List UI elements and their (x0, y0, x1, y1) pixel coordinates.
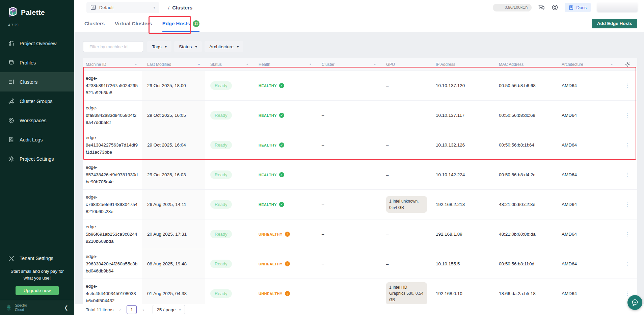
health-cell: UNHEALTHY ! (253, 261, 316, 266)
main-area: Default ▾ / Clusters 0.86/100kCh Docs Cl… (74, 0, 644, 315)
row-actions-kebab-icon[interactable]: ⋮ (618, 231, 637, 237)
architecture-cell: AMD64 (556, 291, 618, 296)
column-header-machine-id[interactable]: Machine ID▲▼ (83, 62, 142, 67)
status-badge: Ready (210, 170, 232, 179)
architecture-cell: AMD64 (556, 113, 618, 118)
mac-address-cell: 48:21:0b:60:c2:8e (493, 202, 556, 207)
health-label: HEALTHY (259, 84, 277, 88)
table-row[interactable]: edge-bfa83842a83d8405804f29a47ddbafcf 29… (83, 101, 637, 130)
column-header-architecture[interactable]: Architecture▲▼ (556, 62, 618, 67)
status-cell: Ready (205, 289, 253, 298)
tab-clusters[interactable]: Clusters (84, 15, 105, 32)
edge-hosts-count-badge: 11 (193, 20, 199, 27)
table-settings-gear-icon[interactable] (625, 61, 630, 67)
sort-icons[interactable]: ▲▼ (374, 64, 376, 64)
sidebar-item-workspaces[interactable]: Workspaces (0, 111, 74, 130)
next-page-icon[interactable]: › (141, 307, 145, 313)
workspace-icon (8, 117, 15, 124)
previous-page-icon[interactable]: ‹ (118, 307, 122, 313)
chat-launcher-button[interactable] (627, 295, 642, 310)
support-icon[interactable] (551, 4, 559, 11)
project-selector[interactable]: Default ▾ (86, 2, 159, 13)
row-actions-kebab-icon[interactable]: ⋮ (618, 112, 637, 119)
sort-icons[interactable]: ▲▼ (309, 64, 312, 64)
machine-id-cell: edge-bfa83842a83d8405804f29a47ddbafcf (83, 104, 142, 126)
add-edge-hosts-button[interactable]: Add Edge Hosts (592, 19, 637, 28)
status-cell: Ready (205, 111, 253, 120)
health-cell: HEALTHY ✓ (253, 142, 316, 148)
table-row[interactable]: edge-396338420e4f260a55c3bbd046db9b64 08… (83, 249, 637, 279)
machine-id-cell: edge-4238b891f7267a5024295521a92b3fa8 (83, 75, 142, 97)
health-status-icon: ✓ (279, 142, 284, 148)
last-modified-cell: 01 Aug 2025, 04:38 (142, 279, 205, 308)
table-row[interactable]: edge-5b96f691ab253ca3c02448210b608bda 20… (83, 219, 637, 249)
health-badge: HEALTHY ✓ (259, 202, 312, 207)
search-input[interactable] (89, 44, 149, 49)
machine-id-cell: edge-5b96f691ab253ca3c02448210b608bda (83, 223, 142, 245)
table-row[interactable]: edge-4238b891f7267a5024295521a92b3fa8 29… (83, 71, 637, 101)
total-items-label: Total 11 items (86, 307, 113, 312)
page-size-select[interactable]: 25 / page ▾ (153, 305, 185, 314)
sidebar-item-cluster-groups[interactable]: Cluster Groups (0, 91, 74, 111)
cluster-cell: – (316, 261, 381, 266)
status-filter-dropdown[interactable]: Status▾ (174, 41, 202, 52)
row-actions-kebab-icon[interactable]: ⋮ (618, 82, 637, 89)
promo-text: Start small and only pay for what you us… (6, 268, 68, 282)
machine-id-cell: edge-857438426ef9d9781930dbe90b705e4e (83, 164, 142, 186)
machine-id-search[interactable] (83, 41, 143, 52)
tags-filter-dropdown[interactable]: Tags▾ (147, 41, 171, 52)
architecture-filter-dropdown[interactable]: Architecture▾ (205, 41, 244, 52)
table-row[interactable]: edge-857438426ef9d9781930dbe90b705e4e 29… (83, 160, 637, 190)
row-actions-kebab-icon[interactable]: ⋮ (618, 142, 637, 148)
gpu-value: – (386, 262, 389, 267)
gpu-cell: – (381, 83, 430, 89)
chat-icon[interactable] (538, 4, 545, 11)
sidebar-item-tenant-settings[interactable]: Tenant Settings (0, 249, 74, 268)
sidebar-item-profiles[interactable]: Profiles (0, 53, 74, 72)
column-header-status[interactable]: Status▲▼ (205, 62, 253, 67)
table-row[interactable]: edge-8e41384227563a7d14df9f1d1ac73bbe 29… (83, 130, 637, 160)
health-status-icon: ! (285, 291, 290, 296)
tab-virtual-clusters[interactable]: Virtual Clusters (115, 15, 152, 32)
status-cell: Ready (205, 141, 253, 149)
ip-address-cell: 10.10.137.117 (430, 113, 493, 118)
current-page-button[interactable]: 1 (127, 305, 137, 314)
column-settings-cell (618, 61, 637, 67)
edge-hosts-table: Machine ID▲▼ Last Modified▲▼ Status▲▼ He… (83, 58, 637, 315)
mac-address-cell: 48:21:0b:60:8b:da (493, 232, 556, 237)
sidebar-item-clusters[interactable]: Clusters (0, 72, 74, 91)
sidebar-item-project-settings[interactable]: Project Settings (0, 149, 74, 168)
chevron-down-icon: ▾ (153, 5, 155, 10)
sort-icons[interactable]: ▲▼ (135, 64, 137, 64)
row-actions-kebab-icon[interactable]: ⋮ (618, 201, 637, 208)
sidebar-item-audit-logs[interactable]: Audit Logs (0, 130, 74, 149)
health-label: UNHEALTHY (259, 262, 283, 266)
sort-icons[interactable]: ▲▼ (611, 64, 613, 64)
docs-button[interactable]: Docs (565, 3, 591, 12)
spectro-cloud-brand: Spectro Cloud (5, 303, 27, 312)
layers-icon (8, 59, 15, 66)
health-cell: HEALTHY ✓ (253, 202, 316, 207)
row-actions-kebab-icon[interactable]: ⋮ (618, 172, 637, 178)
sidebar-item-project-overview[interactable]: Project Overview (0, 34, 74, 53)
user-menu-redacted[interactable] (597, 2, 638, 12)
upgrade-now-button[interactable]: Upgrade now (16, 286, 59, 295)
row-actions-kebab-icon[interactable]: ⋮ (618, 261, 637, 267)
column-header-last-modified[interactable]: Last Modified▲▼ (142, 62, 205, 67)
column-header-health[interactable]: Health▲▼ (253, 62, 316, 67)
topbar-right: 0.86/100kCh Docs (493, 2, 638, 12)
machine-id-cell: edge-4c4c4544003450108033b6c04f504432 (83, 283, 142, 305)
health-badge: UNHEALTHY ! (259, 261, 312, 266)
collapse-sidebar-icon[interactable]: ❮ (64, 305, 68, 311)
ip-address-cell: 10.10.142.224 (430, 172, 493, 177)
mac-address-cell: 00:50:56:b8:b6:68 (493, 83, 556, 88)
health-status-icon: ✓ (279, 172, 284, 177)
gpu-cell: – (381, 142, 430, 148)
column-header-cluster[interactable]: Cluster▲▼ (316, 62, 381, 67)
sort-icons[interactable]: ▲▼ (198, 64, 200, 64)
gpu-value: 1 Intel unknown, 0.54 GB (386, 196, 427, 213)
tab-edge-hosts[interactable]: Edge Hosts 11 (162, 15, 200, 32)
gpu-value: 1 Intel HD Graphics 530, 0.54 GB (386, 282, 427, 305)
table-row[interactable]: edge-c76832aefe914893047a48210b60c28e 26… (83, 190, 637, 219)
sort-icons[interactable]: ▲▼ (246, 64, 248, 64)
